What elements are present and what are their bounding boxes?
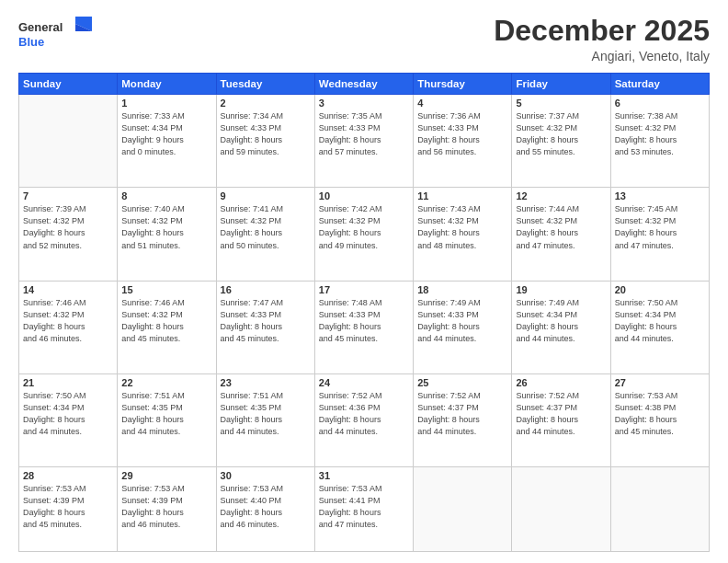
day-number: 20 bbox=[615, 284, 705, 295]
weekday-header-monday: Monday bbox=[118, 74, 216, 95]
calendar-cell: 16Sunrise: 7:47 AM Sunset: 4:33 PM Dayli… bbox=[216, 281, 314, 373]
day-info: Sunrise: 7:35 AM Sunset: 4:33 PM Dayligh… bbox=[319, 110, 409, 158]
day-info: Sunrise: 7:34 AM Sunset: 4:33 PM Dayligh… bbox=[221, 110, 311, 158]
weekday-header-tuesday: Tuesday bbox=[216, 74, 314, 95]
day-number: 9 bbox=[221, 190, 311, 201]
day-info: Sunrise: 7:42 AM Sunset: 4:32 PM Dayligh… bbox=[319, 203, 409, 251]
week-row-5: 28Sunrise: 7:53 AM Sunset: 4:39 PM Dayli… bbox=[19, 466, 710, 551]
day-number: 12 bbox=[516, 190, 606, 201]
day-number: 6 bbox=[615, 98, 705, 109]
calendar-cell: 26Sunrise: 7:52 AM Sunset: 4:37 PM Dayli… bbox=[512, 373, 610, 466]
svg-text:General: General bbox=[18, 20, 63, 34]
day-number: 25 bbox=[417, 377, 507, 388]
day-info: Sunrise: 7:52 AM Sunset: 4:36 PM Dayligh… bbox=[319, 390, 409, 438]
calendar-cell: 14Sunrise: 7:46 AM Sunset: 4:32 PM Dayli… bbox=[19, 281, 118, 373]
day-number: 23 bbox=[221, 377, 311, 388]
day-info: Sunrise: 7:51 AM Sunset: 4:35 PM Dayligh… bbox=[121, 390, 211, 438]
calendar-cell: 10Sunrise: 7:42 AM Sunset: 4:32 PM Dayli… bbox=[314, 188, 413, 281]
calendar-cell: 1Sunrise: 7:33 AM Sunset: 4:34 PM Daylig… bbox=[118, 95, 216, 188]
calendar-cell bbox=[512, 466, 610, 551]
week-row-3: 14Sunrise: 7:46 AM Sunset: 4:32 PM Dayli… bbox=[19, 281, 710, 373]
day-info: Sunrise: 7:50 AM Sunset: 4:34 PM Dayligh… bbox=[23, 390, 113, 438]
calendar-cell: 13Sunrise: 7:45 AM Sunset: 4:32 PM Dayli… bbox=[610, 188, 709, 281]
calendar-cell: 21Sunrise: 7:50 AM Sunset: 4:34 PM Dayli… bbox=[19, 373, 118, 466]
day-info: Sunrise: 7:45 AM Sunset: 4:32 PM Dayligh… bbox=[615, 203, 705, 251]
day-info: Sunrise: 7:33 AM Sunset: 4:34 PM Dayligh… bbox=[121, 110, 211, 158]
page: General Blue December 2025 Angiari, Vene… bbox=[0, 0, 728, 563]
calendar-cell bbox=[19, 95, 118, 188]
calendar-cell: 11Sunrise: 7:43 AM Sunset: 4:32 PM Dayli… bbox=[414, 188, 512, 281]
logo-block: General Blue bbox=[18, 15, 101, 57]
day-number: 19 bbox=[516, 284, 606, 295]
calendar-cell: 7Sunrise: 7:39 AM Sunset: 4:32 PM Daylig… bbox=[19, 188, 118, 281]
week-row-4: 21Sunrise: 7:50 AM Sunset: 4:34 PM Dayli… bbox=[19, 373, 710, 466]
calendar-cell: 31Sunrise: 7:53 AM Sunset: 4:41 PM Dayli… bbox=[314, 466, 413, 551]
day-number: 26 bbox=[516, 377, 606, 388]
day-info: Sunrise: 7:48 AM Sunset: 4:33 PM Dayligh… bbox=[319, 297, 409, 345]
header: General Blue December 2025 Angiari, Vene… bbox=[18, 15, 710, 63]
weekday-header-sunday: Sunday bbox=[19, 74, 118, 95]
day-number: 17 bbox=[319, 284, 409, 295]
calendar-cell: 29Sunrise: 7:53 AM Sunset: 4:39 PM Dayli… bbox=[118, 466, 216, 551]
calendar-cell: 24Sunrise: 7:52 AM Sunset: 4:36 PM Dayli… bbox=[314, 373, 413, 466]
day-number: 31 bbox=[319, 470, 409, 481]
day-number: 22 bbox=[121, 377, 211, 388]
day-info: Sunrise: 7:47 AM Sunset: 4:33 PM Dayligh… bbox=[221, 297, 311, 345]
day-number: 21 bbox=[23, 377, 113, 388]
day-info: Sunrise: 7:53 AM Sunset: 4:39 PM Dayligh… bbox=[23, 483, 113, 531]
calendar-cell bbox=[414, 466, 512, 551]
day-info: Sunrise: 7:46 AM Sunset: 4:32 PM Dayligh… bbox=[23, 297, 113, 345]
day-info: Sunrise: 7:52 AM Sunset: 4:37 PM Dayligh… bbox=[417, 390, 507, 438]
day-info: Sunrise: 7:52 AM Sunset: 4:37 PM Dayligh… bbox=[516, 390, 606, 438]
day-info: Sunrise: 7:46 AM Sunset: 4:32 PM Dayligh… bbox=[121, 297, 211, 345]
calendar-cell: 15Sunrise: 7:46 AM Sunset: 4:32 PM Dayli… bbox=[118, 281, 216, 373]
calendar-cell: 30Sunrise: 7:53 AM Sunset: 4:40 PM Dayli… bbox=[216, 466, 314, 551]
weekday-header-saturday: Saturday bbox=[610, 74, 709, 95]
calendar-cell: 19Sunrise: 7:49 AM Sunset: 4:34 PM Dayli… bbox=[512, 281, 610, 373]
calendar-cell: 18Sunrise: 7:49 AM Sunset: 4:33 PM Dayli… bbox=[414, 281, 512, 373]
calendar-cell: 5Sunrise: 7:37 AM Sunset: 4:32 PM Daylig… bbox=[512, 95, 610, 188]
day-number: 7 bbox=[23, 190, 113, 201]
calendar-cell: 28Sunrise: 7:53 AM Sunset: 4:39 PM Dayli… bbox=[19, 466, 118, 551]
calendar-cell: 22Sunrise: 7:51 AM Sunset: 4:35 PM Dayli… bbox=[118, 373, 216, 466]
day-info: Sunrise: 7:37 AM Sunset: 4:32 PM Dayligh… bbox=[516, 110, 606, 158]
day-number: 15 bbox=[121, 284, 211, 295]
day-info: Sunrise: 7:41 AM Sunset: 4:32 PM Dayligh… bbox=[221, 203, 311, 251]
day-number: 13 bbox=[615, 190, 705, 201]
calendar-cell: 2Sunrise: 7:34 AM Sunset: 4:33 PM Daylig… bbox=[216, 95, 314, 188]
weekday-header-wednesday: Wednesday bbox=[314, 74, 413, 95]
day-info: Sunrise: 7:53 AM Sunset: 4:40 PM Dayligh… bbox=[221, 483, 311, 531]
calendar-table: SundayMondayTuesdayWednesdayThursdayFrid… bbox=[18, 73, 710, 552]
day-info: Sunrise: 7:53 AM Sunset: 4:39 PM Dayligh… bbox=[121, 483, 211, 531]
day-number: 11 bbox=[417, 190, 507, 201]
calendar-cell: 17Sunrise: 7:48 AM Sunset: 4:33 PM Dayli… bbox=[314, 281, 413, 373]
day-number: 4 bbox=[417, 98, 507, 109]
day-number: 29 bbox=[121, 470, 211, 481]
day-info: Sunrise: 7:51 AM Sunset: 4:35 PM Dayligh… bbox=[221, 390, 311, 438]
calendar-cell: 4Sunrise: 7:36 AM Sunset: 4:33 PM Daylig… bbox=[414, 95, 512, 188]
calendar-cell: 27Sunrise: 7:53 AM Sunset: 4:38 PM Dayli… bbox=[610, 373, 709, 466]
weekday-header-friday: Friday bbox=[512, 74, 610, 95]
day-number: 24 bbox=[319, 377, 409, 388]
day-number: 10 bbox=[319, 190, 409, 201]
week-row-1: 1Sunrise: 7:33 AM Sunset: 4:34 PM Daylig… bbox=[19, 95, 710, 188]
day-number: 28 bbox=[23, 470, 113, 481]
day-info: Sunrise: 7:43 AM Sunset: 4:32 PM Dayligh… bbox=[417, 203, 507, 251]
weekday-header-thursday: Thursday bbox=[414, 74, 512, 95]
logo-svg: General Blue bbox=[18, 15, 101, 53]
day-number: 27 bbox=[615, 377, 705, 388]
day-info: Sunrise: 7:44 AM Sunset: 4:32 PM Dayligh… bbox=[516, 203, 606, 251]
day-number: 2 bbox=[221, 98, 311, 109]
week-row-2: 7Sunrise: 7:39 AM Sunset: 4:32 PM Daylig… bbox=[19, 188, 710, 281]
calendar-cell: 9Sunrise: 7:41 AM Sunset: 4:32 PM Daylig… bbox=[216, 188, 314, 281]
day-number: 16 bbox=[221, 284, 311, 295]
calendar-cell: 12Sunrise: 7:44 AM Sunset: 4:32 PM Dayli… bbox=[512, 188, 610, 281]
day-info: Sunrise: 7:49 AM Sunset: 4:33 PM Dayligh… bbox=[417, 297, 507, 345]
day-number: 3 bbox=[319, 98, 409, 109]
day-info: Sunrise: 7:36 AM Sunset: 4:33 PM Dayligh… bbox=[417, 110, 507, 158]
calendar-cell: 23Sunrise: 7:51 AM Sunset: 4:35 PM Dayli… bbox=[216, 373, 314, 466]
location: Angiari, Veneto, Italy bbox=[494, 49, 710, 63]
day-info: Sunrise: 7:39 AM Sunset: 4:32 PM Dayligh… bbox=[23, 203, 113, 251]
calendar-cell: 6Sunrise: 7:38 AM Sunset: 4:32 PM Daylig… bbox=[610, 95, 709, 188]
day-info: Sunrise: 7:40 AM Sunset: 4:32 PM Dayligh… bbox=[121, 203, 211, 251]
